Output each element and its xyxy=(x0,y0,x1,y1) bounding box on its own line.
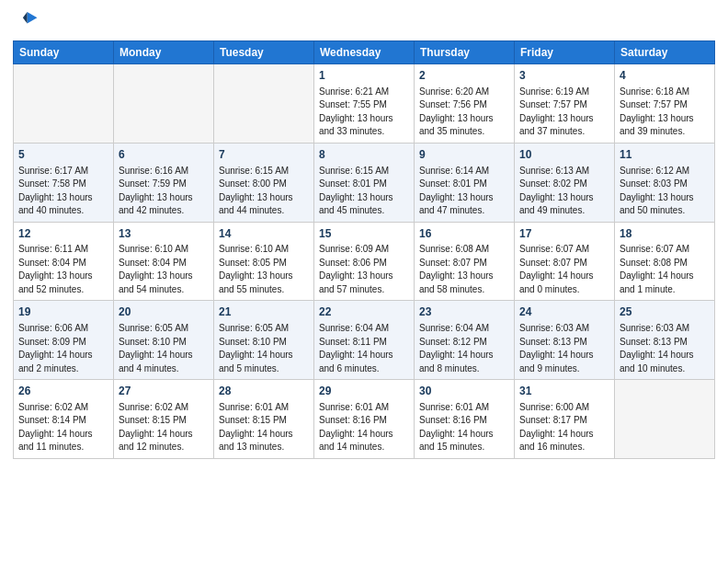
day-number: 29 xyxy=(319,384,409,399)
calendar-cell: 3Sunrise: 6:19 AM Sunset: 7:57 PM Daylig… xyxy=(515,64,615,144)
day-number: 31 xyxy=(519,384,609,399)
calendar-cell: 16Sunrise: 6:08 AM Sunset: 8:07 PM Dayli… xyxy=(415,222,515,301)
calendar-week-row: 19Sunrise: 6:06 AM Sunset: 8:09 PM Dayli… xyxy=(14,301,715,380)
calendar-cell: 7Sunrise: 6:15 AM Sunset: 8:00 PM Daylig… xyxy=(214,143,314,222)
day-number: 16 xyxy=(419,226,509,242)
day-info: Sunrise: 6:18 AM Sunset: 7:57 PM Dayligh… xyxy=(620,86,710,139)
day-info: Sunrise: 6:11 AM Sunset: 8:04 PM Dayligh… xyxy=(18,243,108,296)
day-info: Sunrise: 6:19 AM Sunset: 7:57 PM Dayligh… xyxy=(519,86,609,139)
day-info: Sunrise: 6:01 AM Sunset: 8:15 PM Dayligh… xyxy=(219,401,309,454)
day-info: Sunrise: 6:10 AM Sunset: 8:05 PM Dayligh… xyxy=(219,243,309,296)
weekday-header-tuesday: Tuesday xyxy=(214,41,314,64)
calendar-cell: 1Sunrise: 6:21 AM Sunset: 7:55 PM Daylig… xyxy=(314,64,415,144)
day-info: Sunrise: 6:03 AM Sunset: 8:13 PM Dayligh… xyxy=(620,322,710,375)
day-number: 18 xyxy=(620,226,710,242)
weekday-header-saturday: Saturday xyxy=(615,41,715,64)
day-number: 25 xyxy=(620,304,710,320)
day-info: Sunrise: 6:03 AM Sunset: 8:13 PM Dayligh… xyxy=(519,322,609,375)
day-info: Sunrise: 6:05 AM Sunset: 8:10 PM Dayligh… xyxy=(219,322,309,375)
day-info: Sunrise: 6:10 AM Sunset: 8:04 PM Dayligh… xyxy=(119,243,209,296)
weekday-header-row: SundayMondayTuesdayWednesdayThursdayFrid… xyxy=(14,41,715,64)
day-info: Sunrise: 6:01 AM Sunset: 8:16 PM Dayligh… xyxy=(419,401,509,454)
day-number: 1 xyxy=(319,68,409,84)
day-info: Sunrise: 6:17 AM Sunset: 7:58 PM Dayligh… xyxy=(18,165,108,218)
day-number: 2 xyxy=(419,68,509,84)
day-number: 22 xyxy=(319,304,409,320)
day-number: 13 xyxy=(119,226,209,242)
calendar-cell: 13Sunrise: 6:10 AM Sunset: 8:04 PM Dayli… xyxy=(114,222,214,301)
day-info: Sunrise: 6:14 AM Sunset: 8:01 PM Dayligh… xyxy=(419,165,509,218)
logo xyxy=(13,9,42,35)
logo-icon xyxy=(13,9,39,35)
day-number: 8 xyxy=(319,147,409,163)
calendar-cell: 23Sunrise: 6:04 AM Sunset: 8:12 PM Dayli… xyxy=(415,301,515,380)
day-number: 5 xyxy=(18,147,108,163)
calendar-cell: 11Sunrise: 6:12 AM Sunset: 8:03 PM Dayli… xyxy=(615,143,715,222)
day-number: 17 xyxy=(519,226,609,242)
calendar-week-row: 12Sunrise: 6:11 AM Sunset: 8:04 PM Dayli… xyxy=(14,222,715,301)
day-number: 4 xyxy=(620,68,710,84)
calendar-cell: 18Sunrise: 6:07 AM Sunset: 8:08 PM Dayli… xyxy=(615,222,715,301)
day-number: 9 xyxy=(419,147,509,163)
page: SundayMondayTuesdayWednesdayThursdayFrid… xyxy=(0,0,728,468)
day-info: Sunrise: 6:15 AM Sunset: 8:01 PM Dayligh… xyxy=(319,165,409,218)
day-info: Sunrise: 6:15 AM Sunset: 8:00 PM Dayligh… xyxy=(219,165,309,218)
calendar-cell: 14Sunrise: 6:10 AM Sunset: 8:05 PM Dayli… xyxy=(214,222,314,301)
weekday-header-monday: Monday xyxy=(114,41,214,64)
day-number: 6 xyxy=(119,147,209,163)
day-info: Sunrise: 6:02 AM Sunset: 8:14 PM Dayligh… xyxy=(18,401,108,454)
svg-marker-2 xyxy=(23,12,28,23)
calendar-cell xyxy=(114,64,214,144)
weekday-header-wednesday: Wednesday xyxy=(314,41,415,64)
header xyxy=(13,9,715,35)
calendar-cell: 31Sunrise: 6:00 AM Sunset: 8:17 PM Dayli… xyxy=(515,380,615,459)
calendar-table: SundayMondayTuesdayWednesdayThursdayFrid… xyxy=(13,40,715,459)
calendar-cell: 5Sunrise: 6:17 AM Sunset: 7:58 PM Daylig… xyxy=(14,143,114,222)
calendar-cell: 25Sunrise: 6:03 AM Sunset: 8:13 PM Dayli… xyxy=(615,301,715,380)
day-info: Sunrise: 6:09 AM Sunset: 8:06 PM Dayligh… xyxy=(319,243,409,296)
day-info: Sunrise: 6:04 AM Sunset: 8:11 PM Dayligh… xyxy=(319,322,409,375)
day-info: Sunrise: 6:04 AM Sunset: 8:12 PM Dayligh… xyxy=(419,322,509,375)
calendar-cell: 2Sunrise: 6:20 AM Sunset: 7:56 PM Daylig… xyxy=(415,64,515,144)
day-info: Sunrise: 6:01 AM Sunset: 8:16 PM Dayligh… xyxy=(319,401,409,454)
calendar-cell: 6Sunrise: 6:16 AM Sunset: 7:59 PM Daylig… xyxy=(114,143,214,222)
day-number: 26 xyxy=(18,384,108,399)
day-number: 19 xyxy=(18,304,108,320)
calendar-cell: 19Sunrise: 6:06 AM Sunset: 8:09 PM Dayli… xyxy=(14,301,114,380)
calendar-cell xyxy=(214,64,314,144)
calendar-cell: 21Sunrise: 6:05 AM Sunset: 8:10 PM Dayli… xyxy=(214,301,314,380)
calendar-week-row: 5Sunrise: 6:17 AM Sunset: 7:58 PM Daylig… xyxy=(14,143,715,222)
calendar-cell: 17Sunrise: 6:07 AM Sunset: 8:07 PM Dayli… xyxy=(515,222,615,301)
weekday-header-sunday: Sunday xyxy=(14,41,114,64)
day-number: 30 xyxy=(419,384,509,399)
weekday-header-friday: Friday xyxy=(515,41,615,64)
calendar-cell: 4Sunrise: 6:18 AM Sunset: 7:57 PM Daylig… xyxy=(615,64,715,144)
day-info: Sunrise: 6:07 AM Sunset: 8:08 PM Dayligh… xyxy=(620,243,710,296)
day-number: 12 xyxy=(18,226,108,242)
svg-rect-0 xyxy=(13,9,39,35)
day-number: 7 xyxy=(219,147,309,163)
day-info: Sunrise: 6:16 AM Sunset: 7:59 PM Dayligh… xyxy=(119,165,209,218)
day-info: Sunrise: 6:06 AM Sunset: 8:09 PM Dayligh… xyxy=(18,322,108,375)
calendar-week-row: 26Sunrise: 6:02 AM Sunset: 8:14 PM Dayli… xyxy=(14,380,715,459)
calendar-cell: 28Sunrise: 6:01 AM Sunset: 8:15 PM Dayli… xyxy=(214,380,314,459)
day-info: Sunrise: 6:08 AM Sunset: 8:07 PM Dayligh… xyxy=(419,243,509,296)
calendar-cell: 29Sunrise: 6:01 AM Sunset: 8:16 PM Dayli… xyxy=(314,380,415,459)
calendar-cell: 22Sunrise: 6:04 AM Sunset: 8:11 PM Dayli… xyxy=(314,301,415,380)
calendar-cell: 12Sunrise: 6:11 AM Sunset: 8:04 PM Dayli… xyxy=(14,222,114,301)
day-number: 11 xyxy=(620,147,710,163)
day-info: Sunrise: 6:21 AM Sunset: 7:55 PM Dayligh… xyxy=(319,86,409,139)
day-number: 10 xyxy=(519,147,609,163)
calendar-cell xyxy=(615,380,715,459)
day-info: Sunrise: 6:07 AM Sunset: 8:07 PM Dayligh… xyxy=(519,243,609,296)
calendar-cell xyxy=(14,64,114,144)
day-info: Sunrise: 6:12 AM Sunset: 8:03 PM Dayligh… xyxy=(620,165,710,218)
day-info: Sunrise: 6:20 AM Sunset: 7:56 PM Dayligh… xyxy=(419,86,509,139)
calendar-cell: 27Sunrise: 6:02 AM Sunset: 8:15 PM Dayli… xyxy=(114,380,214,459)
calendar-week-row: 1Sunrise: 6:21 AM Sunset: 7:55 PM Daylig… xyxy=(14,64,715,144)
calendar-cell: 30Sunrise: 6:01 AM Sunset: 8:16 PM Dayli… xyxy=(415,380,515,459)
calendar-cell: 26Sunrise: 6:02 AM Sunset: 8:14 PM Dayli… xyxy=(14,380,114,459)
calendar-cell: 15Sunrise: 6:09 AM Sunset: 8:06 PM Dayli… xyxy=(314,222,415,301)
calendar-cell: 9Sunrise: 6:14 AM Sunset: 8:01 PM Daylig… xyxy=(415,143,515,222)
day-info: Sunrise: 6:05 AM Sunset: 8:10 PM Dayligh… xyxy=(119,322,209,375)
